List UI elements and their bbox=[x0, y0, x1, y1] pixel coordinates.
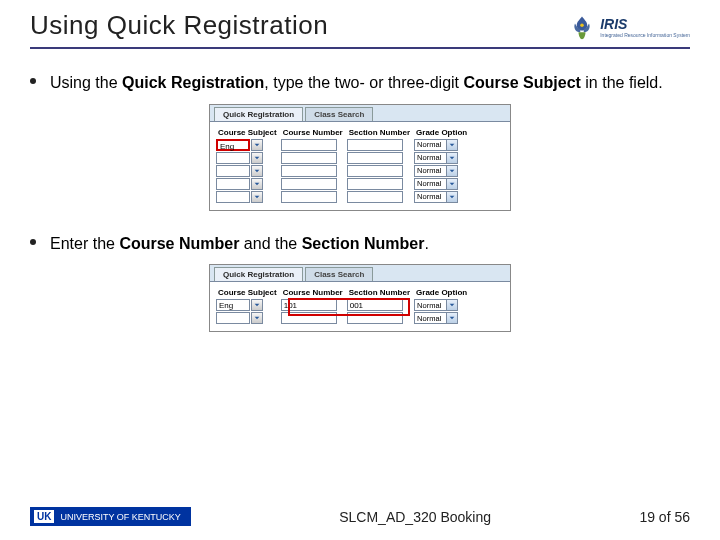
tab-class-search[interactable]: Class Search bbox=[305, 107, 373, 121]
chevron-down-icon bbox=[449, 194, 455, 200]
course-subject-input[interactable]: Eng bbox=[216, 299, 250, 311]
chevron-down-icon bbox=[254, 168, 260, 174]
chevron-down-icon bbox=[449, 168, 455, 174]
iris-logo-text: IRIS bbox=[600, 16, 690, 32]
col-head-subject: Course Subject bbox=[216, 128, 279, 139]
col-course-number: Course Number bbox=[281, 128, 345, 204]
page-number: 19 of 56 bbox=[639, 509, 690, 525]
chevron-down-icon bbox=[254, 194, 260, 200]
chevron-down-icon bbox=[254, 181, 260, 187]
dropdown-button[interactable] bbox=[251, 312, 263, 324]
chevron-down-icon bbox=[254, 142, 260, 148]
section-number-input[interactable] bbox=[347, 139, 403, 151]
col-grade-option: Grade Option Normal Normal bbox=[414, 288, 469, 325]
bullet-1: Using the Quick Registration, type the t… bbox=[30, 70, 690, 96]
col-head-section: Section Number bbox=[347, 288, 412, 299]
tab-quick-registration[interactable]: Quick Registration bbox=[214, 107, 303, 121]
col-course-subject: Course Subject Eng bbox=[216, 128, 279, 204]
iris-logo: IRIS Integrated Resource Information Sys… bbox=[568, 13, 690, 41]
section-number-input[interactable] bbox=[347, 191, 403, 203]
uk-logo: UK UNIVERSITY OF KENTUCKY bbox=[30, 507, 191, 526]
course-subject-input[interactable] bbox=[216, 178, 250, 190]
course-subject-input[interactable] bbox=[216, 152, 250, 164]
grade-option-select[interactable]: Normal bbox=[414, 299, 458, 311]
grade-option-select[interactable]: Normal bbox=[414, 139, 458, 151]
tab-class-search[interactable]: Class Search bbox=[305, 267, 373, 281]
bullet-dot-icon bbox=[30, 78, 36, 84]
course-number-input[interactable] bbox=[281, 312, 337, 324]
uk-logo-mark: UK bbox=[34, 510, 54, 523]
section-number-input[interactable] bbox=[347, 178, 403, 190]
footer: UK UNIVERSITY OF KENTUCKY SLCM_AD_320 Bo… bbox=[30, 507, 690, 526]
page-title: Using Quick Registration bbox=[30, 10, 328, 41]
bullet-dot-icon bbox=[30, 239, 36, 245]
section-number-input[interactable] bbox=[347, 152, 403, 164]
dropdown-button[interactable] bbox=[251, 152, 263, 164]
bullet-2-text: Enter the Course Number and the Section … bbox=[50, 231, 429, 257]
grade-option-select[interactable]: Normal bbox=[414, 152, 458, 164]
col-grade-option: Grade Option Normal Normal Normal Normal… bbox=[414, 128, 469, 204]
grade-option-select[interactable]: Normal bbox=[414, 165, 458, 177]
dropdown-button[interactable] bbox=[251, 299, 263, 311]
col-course-subject: Course Subject Eng bbox=[216, 288, 279, 325]
course-subject-input[interactable] bbox=[216, 312, 250, 324]
chevron-down-icon bbox=[449, 315, 455, 321]
col-head-section: Section Number bbox=[347, 128, 412, 139]
course-number-input[interactable] bbox=[281, 139, 337, 151]
chevron-down-icon bbox=[254, 302, 260, 308]
col-head-grade: Grade Option bbox=[414, 288, 469, 299]
col-section-number: Section Number 001 bbox=[347, 288, 412, 325]
bullet-2: Enter the Course Number and the Section … bbox=[30, 231, 690, 257]
grade-option-select[interactable]: Normal bbox=[414, 191, 458, 203]
dropdown-button[interactable] bbox=[251, 139, 263, 151]
course-number-input[interactable] bbox=[281, 191, 337, 203]
course-number-input[interactable]: 101 bbox=[281, 299, 337, 311]
course-number-input[interactable] bbox=[281, 152, 337, 164]
chevron-down-icon bbox=[449, 302, 455, 308]
dropdown-button[interactable] bbox=[251, 178, 263, 190]
course-subject-input[interactable] bbox=[216, 165, 250, 177]
section-number-input[interactable] bbox=[347, 165, 403, 177]
screenshot-1: Quick Registration Class Search Course S… bbox=[209, 104, 511, 211]
svg-point-0 bbox=[580, 24, 584, 28]
col-section-number: Section Number bbox=[347, 128, 412, 204]
col-head-number: Course Number bbox=[281, 128, 345, 139]
iris-logo-sub: Integrated Resource Information System bbox=[600, 32, 690, 38]
grade-option-select[interactable]: Normal bbox=[414, 312, 458, 324]
tab-quick-registration[interactable]: Quick Registration bbox=[214, 267, 303, 281]
chevron-down-icon bbox=[254, 155, 260, 161]
uk-logo-text: UNIVERSITY OF KENTUCKY bbox=[60, 512, 180, 522]
screenshot-1-tabs: Quick Registration Class Search bbox=[210, 105, 510, 122]
screenshot-2: Quick Registration Class Search Course S… bbox=[209, 264, 511, 332]
course-number-input[interactable] bbox=[281, 165, 337, 177]
dropdown-button[interactable] bbox=[251, 191, 263, 203]
chevron-down-icon bbox=[254, 315, 260, 321]
course-subject-input[interactable]: Eng bbox=[216, 139, 250, 151]
col-head-subject: Course Subject bbox=[216, 288, 279, 299]
iris-flower-icon bbox=[568, 13, 596, 41]
footer-course-code: SLCM_AD_320 Booking bbox=[191, 509, 640, 525]
chevron-down-icon bbox=[449, 155, 455, 161]
col-course-number: Course Number 101 bbox=[281, 288, 345, 325]
course-subject-input[interactable] bbox=[216, 191, 250, 203]
grade-option-select[interactable]: Normal bbox=[414, 178, 458, 190]
section-number-input[interactable] bbox=[347, 312, 403, 324]
col-head-grade: Grade Option bbox=[414, 128, 469, 139]
col-head-number: Course Number bbox=[281, 288, 345, 299]
chevron-down-icon bbox=[449, 181, 455, 187]
bullet-1-text: Using the Quick Registration, type the t… bbox=[50, 70, 663, 96]
chevron-down-icon bbox=[449, 142, 455, 148]
header: Using Quick Registration IRIS Integrated… bbox=[30, 10, 690, 49]
dropdown-button[interactable] bbox=[251, 165, 263, 177]
section-number-input[interactable]: 001 bbox=[347, 299, 403, 311]
screenshot-2-tabs: Quick Registration Class Search bbox=[210, 265, 510, 282]
course-number-input[interactable] bbox=[281, 178, 337, 190]
